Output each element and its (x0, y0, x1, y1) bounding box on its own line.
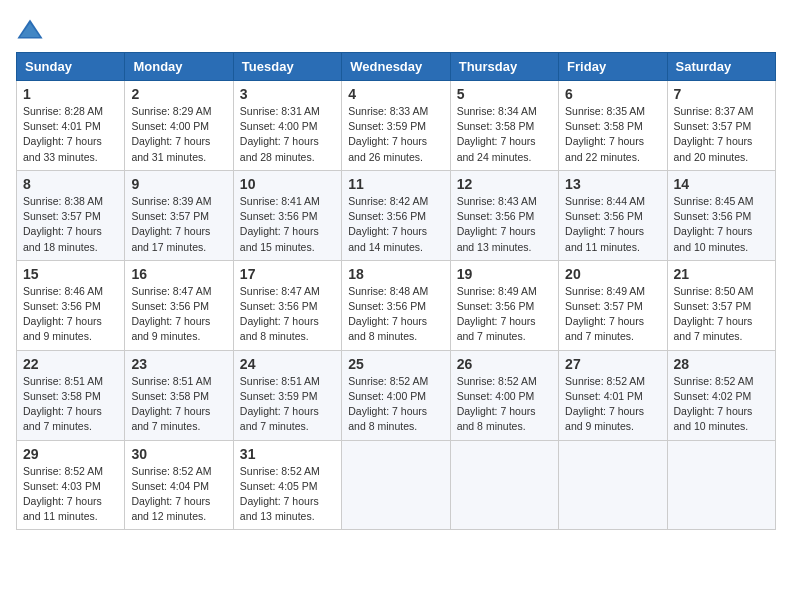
day-info: Sunrise: 8:37 AMSunset: 3:57 PMDaylight:… (674, 105, 754, 163)
day-number: 10 (240, 176, 335, 192)
day-number: 4 (348, 86, 443, 102)
day-info: Sunrise: 8:34 AMSunset: 3:58 PMDaylight:… (457, 105, 537, 163)
day-number: 17 (240, 266, 335, 282)
calendar-cell: 17 Sunrise: 8:47 AMSunset: 3:56 PMDaylig… (233, 260, 341, 350)
header-tuesday: Tuesday (233, 53, 341, 81)
calendar-cell: 4 Sunrise: 8:33 AMSunset: 3:59 PMDayligh… (342, 81, 450, 171)
day-info: Sunrise: 8:47 AMSunset: 3:56 PMDaylight:… (240, 285, 320, 343)
calendar-cell: 24 Sunrise: 8:51 AMSunset: 3:59 PMDaylig… (233, 350, 341, 440)
day-info: Sunrise: 8:52 AMSunset: 4:02 PMDaylight:… (674, 375, 754, 433)
calendar-cell: 1 Sunrise: 8:28 AMSunset: 4:01 PMDayligh… (17, 81, 125, 171)
calendar-cell: 2 Sunrise: 8:29 AMSunset: 4:00 PMDayligh… (125, 81, 233, 171)
header-thursday: Thursday (450, 53, 558, 81)
calendar-cell (667, 440, 775, 530)
day-number: 23 (131, 356, 226, 372)
header-wednesday: Wednesday (342, 53, 450, 81)
calendar-cell: 28 Sunrise: 8:52 AMSunset: 4:02 PMDaylig… (667, 350, 775, 440)
logo (16, 16, 48, 44)
day-info: Sunrise: 8:52 AMSunset: 4:00 PMDaylight:… (348, 375, 428, 433)
day-info: Sunrise: 8:31 AMSunset: 4:00 PMDaylight:… (240, 105, 320, 163)
day-number: 24 (240, 356, 335, 372)
day-number: 19 (457, 266, 552, 282)
day-info: Sunrise: 8:43 AMSunset: 3:56 PMDaylight:… (457, 195, 537, 253)
calendar-cell: 7 Sunrise: 8:37 AMSunset: 3:57 PMDayligh… (667, 81, 775, 171)
calendar-cell: 15 Sunrise: 8:46 AMSunset: 3:56 PMDaylig… (17, 260, 125, 350)
day-number: 21 (674, 266, 769, 282)
calendar-cell: 31 Sunrise: 8:52 AMSunset: 4:05 PMDaylig… (233, 440, 341, 530)
calendar-cell: 26 Sunrise: 8:52 AMSunset: 4:00 PMDaylig… (450, 350, 558, 440)
calendar-cell: 12 Sunrise: 8:43 AMSunset: 3:56 PMDaylig… (450, 170, 558, 260)
day-number: 27 (565, 356, 660, 372)
day-number: 30 (131, 446, 226, 462)
day-info: Sunrise: 8:51 AMSunset: 3:58 PMDaylight:… (23, 375, 103, 433)
day-info: Sunrise: 8:52 AMSunset: 4:01 PMDaylight:… (565, 375, 645, 433)
calendar-cell: 11 Sunrise: 8:42 AMSunset: 3:56 PMDaylig… (342, 170, 450, 260)
day-number: 16 (131, 266, 226, 282)
day-info: Sunrise: 8:51 AMSunset: 3:58 PMDaylight:… (131, 375, 211, 433)
calendar-cell: 13 Sunrise: 8:44 AMSunset: 3:56 PMDaylig… (559, 170, 667, 260)
day-info: Sunrise: 8:46 AMSunset: 3:56 PMDaylight:… (23, 285, 103, 343)
calendar-cell: 30 Sunrise: 8:52 AMSunset: 4:04 PMDaylig… (125, 440, 233, 530)
calendar-cell: 21 Sunrise: 8:50 AMSunset: 3:57 PMDaylig… (667, 260, 775, 350)
day-number: 25 (348, 356, 443, 372)
header-saturday: Saturday (667, 53, 775, 81)
calendar-cell (342, 440, 450, 530)
day-number: 3 (240, 86, 335, 102)
calendar-cell: 29 Sunrise: 8:52 AMSunset: 4:03 PMDaylig… (17, 440, 125, 530)
calendar-cell: 14 Sunrise: 8:45 AMSunset: 3:56 PMDaylig… (667, 170, 775, 260)
day-info: Sunrise: 8:49 AMSunset: 3:56 PMDaylight:… (457, 285, 537, 343)
calendar-cell: 8 Sunrise: 8:38 AMSunset: 3:57 PMDayligh… (17, 170, 125, 260)
calendar-cell (559, 440, 667, 530)
day-info: Sunrise: 8:45 AMSunset: 3:56 PMDaylight:… (674, 195, 754, 253)
day-info: Sunrise: 8:51 AMSunset: 3:59 PMDaylight:… (240, 375, 320, 433)
day-info: Sunrise: 8:50 AMSunset: 3:57 PMDaylight:… (674, 285, 754, 343)
day-number: 1 (23, 86, 118, 102)
day-number: 8 (23, 176, 118, 192)
calendar-cell (450, 440, 558, 530)
day-number: 15 (23, 266, 118, 282)
calendar-cell: 19 Sunrise: 8:49 AMSunset: 3:56 PMDaylig… (450, 260, 558, 350)
day-info: Sunrise: 8:44 AMSunset: 3:56 PMDaylight:… (565, 195, 645, 253)
header-monday: Monday (125, 53, 233, 81)
day-info: Sunrise: 8:52 AMSunset: 4:03 PMDaylight:… (23, 465, 103, 523)
day-info: Sunrise: 8:52 AMSunset: 4:05 PMDaylight:… (240, 465, 320, 523)
calendar-cell: 9 Sunrise: 8:39 AMSunset: 3:57 PMDayligh… (125, 170, 233, 260)
calendar-cell: 3 Sunrise: 8:31 AMSunset: 4:00 PMDayligh… (233, 81, 341, 171)
calendar-week-2: 8 Sunrise: 8:38 AMSunset: 3:57 PMDayligh… (17, 170, 776, 260)
day-info: Sunrise: 8:33 AMSunset: 3:59 PMDaylight:… (348, 105, 428, 163)
day-info: Sunrise: 8:41 AMSunset: 3:56 PMDaylight:… (240, 195, 320, 253)
calendar-cell: 18 Sunrise: 8:48 AMSunset: 3:56 PMDaylig… (342, 260, 450, 350)
calendar-cell: 23 Sunrise: 8:51 AMSunset: 3:58 PMDaylig… (125, 350, 233, 440)
day-info: Sunrise: 8:39 AMSunset: 3:57 PMDaylight:… (131, 195, 211, 253)
day-info: Sunrise: 8:52 AMSunset: 4:04 PMDaylight:… (131, 465, 211, 523)
header-friday: Friday (559, 53, 667, 81)
day-number: 11 (348, 176, 443, 192)
calendar-cell: 22 Sunrise: 8:51 AMSunset: 3:58 PMDaylig… (17, 350, 125, 440)
header-sunday: Sunday (17, 53, 125, 81)
calendar-week-5: 29 Sunrise: 8:52 AMSunset: 4:03 PMDaylig… (17, 440, 776, 530)
calendar-header-row: SundayMondayTuesdayWednesdayThursdayFrid… (17, 53, 776, 81)
day-info: Sunrise: 8:49 AMSunset: 3:57 PMDaylight:… (565, 285, 645, 343)
day-number: 5 (457, 86, 552, 102)
day-number: 28 (674, 356, 769, 372)
calendar-week-1: 1 Sunrise: 8:28 AMSunset: 4:01 PMDayligh… (17, 81, 776, 171)
day-number: 26 (457, 356, 552, 372)
day-number: 31 (240, 446, 335, 462)
day-number: 20 (565, 266, 660, 282)
page-header (16, 16, 776, 44)
calendar-cell: 5 Sunrise: 8:34 AMSunset: 3:58 PMDayligh… (450, 81, 558, 171)
calendar-cell: 27 Sunrise: 8:52 AMSunset: 4:01 PMDaylig… (559, 350, 667, 440)
calendar-cell: 25 Sunrise: 8:52 AMSunset: 4:00 PMDaylig… (342, 350, 450, 440)
calendar-cell: 16 Sunrise: 8:47 AMSunset: 3:56 PMDaylig… (125, 260, 233, 350)
day-number: 18 (348, 266, 443, 282)
calendar-week-3: 15 Sunrise: 8:46 AMSunset: 3:56 PMDaylig… (17, 260, 776, 350)
day-number: 12 (457, 176, 552, 192)
day-number: 6 (565, 86, 660, 102)
calendar-week-4: 22 Sunrise: 8:51 AMSunset: 3:58 PMDaylig… (17, 350, 776, 440)
day-info: Sunrise: 8:48 AMSunset: 3:56 PMDaylight:… (348, 285, 428, 343)
day-number: 7 (674, 86, 769, 102)
day-info: Sunrise: 8:28 AMSunset: 4:01 PMDaylight:… (23, 105, 103, 163)
day-number: 9 (131, 176, 226, 192)
day-number: 22 (23, 356, 118, 372)
calendar-cell: 6 Sunrise: 8:35 AMSunset: 3:58 PMDayligh… (559, 81, 667, 171)
